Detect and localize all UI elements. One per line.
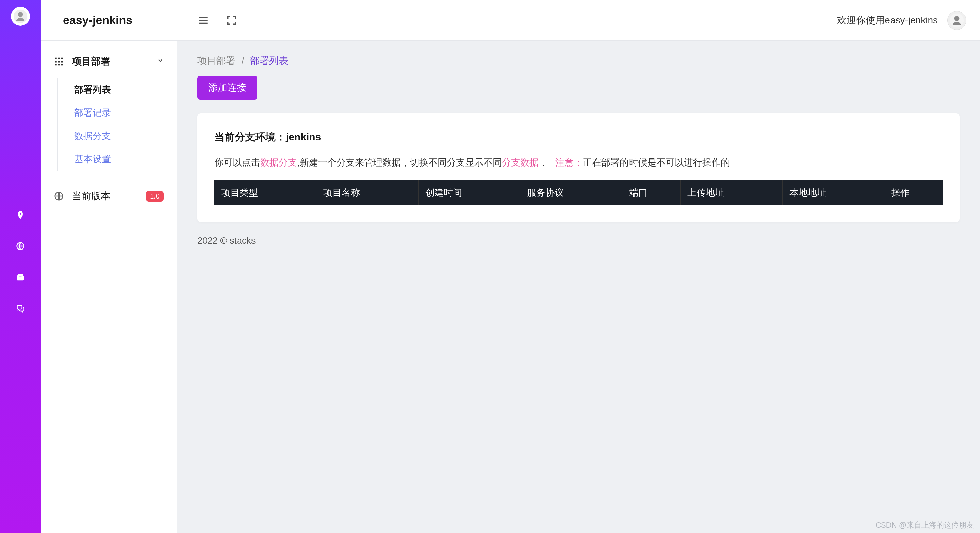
welcome-text: 欢迎你使用easy-jenkins bbox=[837, 14, 938, 27]
avatar-icon bbox=[13, 9, 28, 24]
sidebar-item-project-deploy[interactable]: 项目部署 bbox=[50, 51, 167, 72]
rail-avatar[interactable] bbox=[11, 7, 30, 26]
version-label: 当前版本 bbox=[72, 190, 110, 203]
sidebar-item-basic-settings[interactable]: 基本设置 bbox=[74, 148, 167, 171]
svg-rect-3 bbox=[55, 58, 57, 59]
chevron-down-icon bbox=[157, 57, 164, 66]
nav-rail bbox=[0, 0, 41, 533]
breadcrumb-parent[interactable]: 项目部署 bbox=[197, 56, 235, 66]
col-create-time: 创建时间 bbox=[418, 181, 520, 205]
add-connection-button[interactable]: 添加连接 bbox=[197, 76, 257, 100]
svg-rect-7 bbox=[58, 61, 60, 63]
svg-rect-6 bbox=[55, 61, 57, 63]
deploy-table: 项目类型 项目名称 创建时间 服务协议 端口 上传地址 本地地址 操作 bbox=[215, 181, 943, 205]
svg-rect-4 bbox=[58, 58, 60, 59]
hint-text: 你可以点击数据分支,新建一个分支来管理数据，切换不同分支显示不同分支数据， 注意… bbox=[215, 156, 943, 168]
topbar: 欢迎你使用easy-jenkins bbox=[177, 0, 980, 41]
svg-rect-10 bbox=[58, 63, 60, 65]
sidebar-item-deploy-records[interactable]: 部署记录 bbox=[74, 101, 167, 124]
globe-icon[interactable] bbox=[14, 240, 27, 252]
menu-toggle-icon[interactable] bbox=[197, 14, 209, 26]
version-badge: 1.0 bbox=[146, 191, 164, 201]
grid-icon bbox=[54, 56, 64, 67]
sidebar: easy-jenkins 项目部署 部署列表 部署记录 数据分支 基本设置 bbox=[41, 0, 177, 533]
col-actions: 操作 bbox=[885, 181, 943, 205]
inbox-icon[interactable] bbox=[14, 271, 27, 284]
env-title: 当前分支环境：jenkins bbox=[215, 130, 943, 144]
svg-point-14 bbox=[955, 16, 959, 21]
user-avatar[interactable] bbox=[947, 11, 966, 30]
table-header-row: 项目类型 项目名称 创建时间 服务协议 端口 上传地址 本地地址 操作 bbox=[215, 181, 943, 205]
breadcrumb-current: 部署列表 bbox=[250, 56, 288, 66]
globe-icon bbox=[54, 191, 64, 201]
col-local-url: 本地地址 bbox=[782, 181, 885, 205]
branch-data-link[interactable]: 分支数据 bbox=[502, 157, 539, 168]
breadcrumb: 项目部署 / 部署列表 bbox=[197, 54, 959, 67]
footer-text: 2022 © stacks bbox=[197, 236, 959, 246]
watermark: CSDN @来自上海的这位朋友 bbox=[875, 520, 974, 530]
sidebar-item-deploy-list[interactable]: 部署列表 bbox=[74, 78, 167, 101]
sidebar-item-version[interactable]: 当前版本 1.0 bbox=[50, 181, 167, 211]
chat-icon[interactable] bbox=[14, 303, 27, 315]
svg-rect-9 bbox=[55, 63, 57, 65]
brand-title: easy-jenkins bbox=[41, 0, 177, 41]
svg-rect-8 bbox=[61, 61, 63, 63]
rocket-icon[interactable] bbox=[14, 209, 27, 221]
svg-rect-5 bbox=[61, 58, 63, 59]
col-upload-url: 上传地址 bbox=[681, 181, 783, 205]
fullscreen-icon[interactable] bbox=[226, 14, 237, 26]
data-branch-link[interactable]: 数据分支 bbox=[260, 157, 297, 168]
sidebar-item-label: 项目部署 bbox=[72, 55, 110, 68]
warning-label: 注意： bbox=[555, 157, 583, 168]
col-service-protocol: 服务协议 bbox=[520, 181, 622, 205]
svg-point-1 bbox=[18, 12, 23, 17]
main: 欢迎你使用easy-jenkins 项目部署 / 部署列表 添加连接 当前分支环… bbox=[177, 0, 980, 533]
branch-panel: 当前分支环境：jenkins 你可以点击数据分支,新建一个分支来管理数据，切换不… bbox=[197, 113, 959, 222]
svg-rect-11 bbox=[61, 63, 63, 65]
col-port: 端口 bbox=[622, 181, 680, 205]
content: 项目部署 / 部署列表 添加连接 当前分支环境：jenkins 你可以点击数据分… bbox=[177, 41, 980, 533]
submenu: 部署列表 部署记录 数据分支 基本设置 bbox=[57, 78, 167, 171]
col-project-type: 项目类型 bbox=[215, 181, 317, 205]
sidebar-item-data-branch[interactable]: 数据分支 bbox=[74, 124, 167, 148]
avatar-icon bbox=[950, 13, 964, 28]
col-project-name: 项目名称 bbox=[317, 181, 418, 205]
breadcrumb-separator: / bbox=[242, 56, 244, 66]
